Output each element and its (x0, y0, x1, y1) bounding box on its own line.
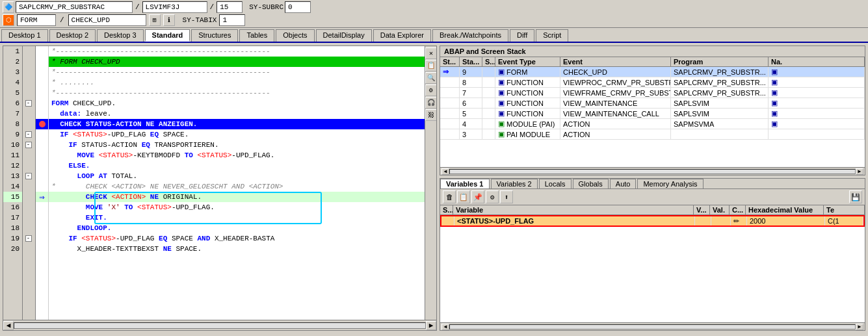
stack-row9-s (482, 67, 495, 77)
include-value[interactable]: LSVIMF3J (142, 1, 207, 13)
tab-structures[interactable]: Structures (191, 29, 238, 42)
settings-icon[interactable]: ⚙ (425, 84, 437, 96)
stack-row6-sta: 6 (460, 98, 482, 108)
stack-col-na: Na. (769, 57, 865, 66)
tab-tables[interactable]: Tables (239, 29, 274, 42)
tab-breakpoints[interactable]: Break./Watchpoints (432, 29, 508, 42)
tab-desktop3[interactable]: Desktop 3 (97, 29, 144, 42)
tab-desktop2[interactable]: Desktop 2 (49, 29, 96, 42)
vars-save-icon[interactable]: 💾 (849, 190, 862, 203)
copy-code-icon[interactable]: 📋 (425, 60, 437, 71)
program-value[interactable]: SAPLCRMV_PR_SUBSTRAC (16, 1, 133, 13)
tab-locals[interactable]: Locals (539, 179, 572, 188)
stack-row5-s (482, 109, 495, 118)
vars-delete-icon[interactable]: 🗑 (443, 190, 456, 203)
vars-col-c: C... (730, 205, 746, 214)
ln-10: 10 (3, 140, 22, 150)
line-value[interactable]: 15 (217, 1, 243, 13)
stack-row4-event: ACTION (560, 119, 671, 129)
ln-9: 9 (3, 129, 22, 140)
find-icon[interactable]: 🔍 (425, 72, 437, 84)
vars-scroll-track[interactable] (449, 324, 856, 330)
tab-dataexplorer[interactable]: Data Explorer (373, 29, 431, 42)
vars-scroll-right[interactable]: ▶ (856, 324, 863, 330)
stack-scroll-right[interactable]: ▶ (856, 168, 863, 175)
form-name-value[interactable]: CHECK_UPD (68, 14, 146, 26)
vars-col-te: Te (824, 205, 865, 214)
stack-scroll-track[interactable] (449, 169, 856, 174)
tab-script[interactable]: Script (536, 29, 568, 42)
code-line-13: LOOP AT TOTAL. (49, 171, 425, 181)
sap-icon[interactable]: 🔷 (3, 1, 14, 13)
current-line-arrow: ⇒ (39, 192, 44, 203)
tab-diff[interactable]: Diff (510, 29, 534, 42)
ln-19: 19 (3, 233, 22, 244)
code-bottom-scrollbar[interactable]: ◀ ▶ (3, 320, 436, 330)
vars-scroll-left[interactable]: ◀ (441, 324, 449, 330)
close-icon[interactable]: ✕ (425, 47, 437, 59)
code-side-toolbar: ✕ 📋 🔍 ⚙ 🎧 ⛓ (425, 46, 436, 320)
stack-row-6[interactable]: 6 ▣ FUNCTION VIEW_MAINTENANCE SAPLSVIM ▣ (440, 98, 865, 109)
network-icon[interactable]: ⛓ (425, 109, 437, 121)
breakpoint-icon[interactable]: ⬡ (3, 14, 14, 26)
vars-scrollbar[interactable]: ◀ ▶ (440, 322, 865, 330)
stack-row-4[interactable]: 4 ▣ MODULE (PAI) ACTION SAPMSVMA ▣ (440, 119, 865, 129)
expand-6[interactable]: - (25, 100, 32, 107)
stack-row5-st (440, 109, 460, 118)
expand-10[interactable]: - (25, 142, 32, 148)
vars-col-v: V... (694, 205, 710, 214)
tab-desktop1[interactable]: Desktop 1 (1, 29, 48, 42)
vars-row-1[interactable]: <STATUS>-UPD_FLAG ✏ 2000 C(1 (440, 215, 865, 227)
ln-17: 17 (3, 213, 22, 223)
vars-copy-icon[interactable]: 📋 (457, 190, 470, 203)
stack-row7-eventtype: ▣ FUNCTION (495, 88, 560, 97)
variables-table-body: <STATUS>-UPD_FLAG ✏ 2000 C(1 (440, 215, 865, 322)
vars-arrow-up-icon[interactable]: ⬆ (500, 190, 513, 203)
stack-row-5[interactable]: 5 ▣ FUNCTION VIEW_MAINTENANCE_CALL SAPLS… (440, 109, 865, 119)
sytabix-value[interactable]: 1 (219, 14, 245, 26)
expand-13[interactable]: - (25, 173, 32, 179)
ln-6: 6 (3, 98, 22, 109)
expand-19[interactable]: - (25, 235, 32, 242)
scroll-track[interactable] (14, 322, 426, 329)
info-icon[interactable]: ℹ (163, 14, 175, 26)
vars-row1-v (695, 216, 711, 226)
ln-16: 16 (3, 202, 22, 213)
tab-auto[interactable]: Auto (610, 179, 637, 188)
stack-row3-program (671, 129, 769, 139)
vars-col-s: S... (440, 205, 453, 214)
tab-globals[interactable]: Globals (573, 179, 609, 188)
stack-scroll-left[interactable]: ◀ (441, 168, 449, 175)
code-line-1: *---------------------------------------… (49, 46, 425, 57)
tab-variables1[interactable]: Variables 1 (440, 179, 490, 188)
tab-standard[interactable]: Standard (145, 29, 191, 42)
stack-row-8[interactable]: 8 ▣ FUNCTION VIEWPROC_CRMV_PR_SUBSTRAC S… (440, 77, 865, 88)
scroll-left-btn[interactable]: ◀ (3, 321, 14, 330)
tab-variables2[interactable]: Variables 2 (491, 179, 538, 188)
expand-9[interactable]: - (25, 131, 32, 138)
sysubrc-label: SY-SUBRC (249, 3, 283, 11)
stack-col-event: Event (560, 57, 671, 66)
tab-objects[interactable]: Objects (276, 29, 314, 42)
code-line-11: MOVE <STATUS>-KEYTBMODFD TO <STATUS>-UPD… (49, 150, 425, 161)
tab-detaildisplay[interactable]: DetailDisplay (316, 29, 372, 42)
scroll-right-btn[interactable]: ▶ (426, 321, 436, 330)
stack-row6-event: VIEW_MAINTENANCE (560, 98, 671, 108)
stack-row8-na: ▣ (769, 77, 865, 87)
stack-row4-s (482, 119, 495, 129)
grid-icon[interactable]: ⊞ (149, 14, 161, 26)
tab-memory-analysis[interactable]: Memory Analysis (637, 179, 703, 188)
ln-2: 2 (3, 57, 22, 67)
type-value[interactable]: FORM (17, 14, 56, 26)
stack-row-7[interactable]: 7 ▣ FUNCTION VIEWFRAME_CRMV_PR_SUBSTRAC … (440, 88, 865, 98)
stack-scrollbar[interactable]: ◀ ▶ (440, 167, 865, 175)
vars-paste-icon[interactable]: 📌 (471, 190, 484, 203)
code-line-12: ELSE. (49, 161, 425, 171)
headphones-icon[interactable]: 🎧 (425, 97, 437, 109)
stack-row-9[interactable]: ⇒ 9 ▣ FORM CHECK_UPD SAPLCRMV_PR_SUBSTR.… (440, 67, 865, 77)
expand-column: - - - - - (23, 46, 36, 320)
sysubrc-value[interactable]: 0 (285, 1, 311, 13)
ln-3: 3 (3, 67, 22, 77)
vars-config-icon[interactable]: ⚙ (486, 190, 499, 203)
stack-row-3[interactable]: 3 ▣ PAI MODULE ACTION (440, 129, 865, 140)
